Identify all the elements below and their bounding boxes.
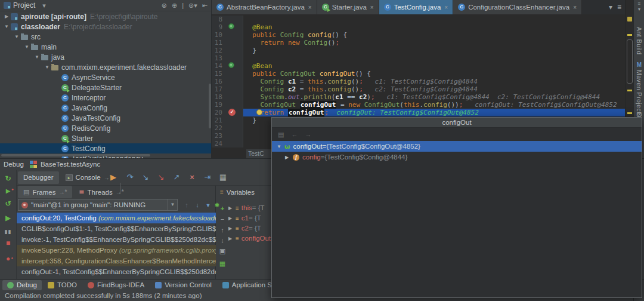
tree-right-arrow-icon[interactable]: ▶ xyxy=(228,213,236,223)
code-analysis-indicator[interactable] xyxy=(627,17,632,22)
tool-window-button-version control[interactable]: Version Control xyxy=(150,280,216,290)
popup-title[interactable]: configOut xyxy=(272,118,642,128)
tree-down-arrow-icon[interactable]: ▼ xyxy=(43,64,51,70)
code-line[interactable]: 12 } xyxy=(212,47,625,54)
breakpoint-icon[interactable] xyxy=(228,109,236,116)
editor-tab[interactable]: Starter.java× xyxy=(317,0,379,14)
project-tree-item[interactable]: ▼src xyxy=(0,32,211,42)
restart-button[interactable] xyxy=(0,198,16,209)
stack-frame-row[interactable]: intercept:358, ConfigurationClassEnhance… xyxy=(17,256,216,266)
project-tree-item[interactable]: AsyncService xyxy=(0,72,211,82)
stack-frame-row[interactable]: configOut:-1, TestConfig$$EnhancerBySpri… xyxy=(17,266,216,277)
step-out-button[interactable] xyxy=(169,172,184,183)
warning-stripe-mark[interactable] xyxy=(627,112,632,114)
list-icon[interactable]: ≡ xyxy=(617,3,621,11)
variable-row[interactable]: ▶configOut = xyxy=(228,234,275,244)
watch-preview-button[interactable] xyxy=(218,259,227,268)
project-tree-item[interactable]: ▼main xyxy=(0,42,211,52)
locate-icon[interactable]: ⊕ xyxy=(172,2,177,10)
back-icon[interactable] xyxy=(291,131,298,138)
project-tree-item[interactable]: JavaConfig xyxy=(0,103,211,113)
tool-window-button-maven-projects[interactable]: MMaven Projects xyxy=(634,62,644,117)
tool-window-button-todo[interactable]: TODO xyxy=(43,280,82,290)
thread-selector[interactable]: "main"@1 in group "main": RUNNING ▼ xyxy=(18,199,178,211)
tree-vertical-scrollbar[interactable] xyxy=(209,84,211,128)
tree-right-arrow-icon[interactable]: ▶ xyxy=(228,203,236,213)
tree-right-arrow-icon[interactable]: ▶ xyxy=(285,155,293,160)
project-tree-item[interactable]: TestConfig xyxy=(0,143,211,153)
tool-window-button-ant-build[interactable]: Ant Build xyxy=(634,25,644,55)
tab-debugger[interactable]: Debugger xyxy=(18,171,59,184)
chevron-down-icon[interactable]: ▾ xyxy=(42,2,46,10)
project-tree-item[interactable]: RedisConfig xyxy=(0,123,211,133)
tree-down-arrow-icon[interactable]: ▼ xyxy=(23,44,31,50)
project-tree-item[interactable]: ▼java xyxy=(0,52,211,62)
stack-frame-row[interactable]: invokeSuper:228, MethodProxy (org.spring… xyxy=(17,245,216,256)
code-line[interactable]: 16 Config c1 = this.config(); c1: TestCo… xyxy=(212,78,625,85)
popup-variable-row[interactable]: ▶config = {TestConfig$Config@4844} xyxy=(272,152,642,162)
stack-frame-row[interactable]: invoke:-1, TestConfig$$EnhancerBySpringC… xyxy=(17,234,216,245)
stack-frame-row[interactable]: CGLIB$configOut$1:-1, TestConfig$$Enhanc… xyxy=(17,223,216,234)
project-tree-item[interactable]: ▼com.mxixm.experiment.fakeclassloader xyxy=(0,62,211,72)
customize-button[interactable] xyxy=(212,200,222,210)
tree-horizontal-scrollbar[interactable] xyxy=(1,154,150,156)
code-line[interactable]: 20 return configOut; configOut: TestConf… xyxy=(212,109,625,116)
code-line[interactable]: 11 return new Config(); xyxy=(212,39,625,47)
code-line[interactable]: 9 @Bean xyxy=(212,23,625,31)
tab-frames[interactable]: Frames →* xyxy=(18,186,72,198)
hide-panel-icon[interactable]: ⇤ xyxy=(202,2,208,10)
project-tree-item[interactable]: ▶apiroute [api-route]E:\project\git\apir… xyxy=(0,11,211,22)
tree-right-arrow-icon[interactable]: ▶ xyxy=(228,223,236,234)
project-tree-item[interactable]: Interceptor xyxy=(0,93,211,103)
tool-window-button-debug[interactable]: Debug xyxy=(2,280,42,290)
breakpoints-button[interactable] xyxy=(0,253,16,264)
editor-tab[interactable]: ConfigurationClassEnhancer.java× xyxy=(453,0,582,14)
editor-scrollbar-thumb[interactable] xyxy=(627,39,633,84)
tree-down-arrow-icon[interactable]: ▼ xyxy=(2,24,11,29)
tree-right-arrow-icon[interactable]: ▶ xyxy=(2,14,11,19)
rerun-failed-button[interactable] xyxy=(0,185,16,196)
tree-down-arrow-icon[interactable]: ▼ xyxy=(13,34,21,39)
project-tree-item[interactable]: ▼classloaderE:\project\classloader xyxy=(0,22,211,32)
code-line[interactable]: 8 xyxy=(212,16,625,23)
drop-frame-button[interactable] xyxy=(185,172,199,183)
code-line[interactable]: 15 public ConfigOut configOut() { xyxy=(212,70,625,78)
tree-right-arrow-icon[interactable]: ▶ xyxy=(228,234,236,244)
editor-tab[interactable]: AbstractBeanFactory.java× xyxy=(212,0,317,14)
variable-row[interactable]: ▶this = {T xyxy=(228,203,265,213)
warning-stripe-mark[interactable] xyxy=(627,90,632,91)
forward-icon[interactable] xyxy=(305,131,311,138)
bean-icon[interactable] xyxy=(228,23,234,29)
stack-frame-row[interactable]: configOut:20, TestConfig (com.mxixm.expe… xyxy=(17,213,216,223)
tree-down-arrow-icon[interactable]: ▼ xyxy=(33,54,41,60)
dropdown-icon[interactable]: ▾ xyxy=(609,3,612,11)
code-line[interactable]: 14 @Bean xyxy=(212,62,625,70)
show-execution-point-button[interactable] xyxy=(106,172,120,183)
force-step-into-button[interactable] xyxy=(154,172,168,183)
pause-button[interactable] xyxy=(0,226,16,236)
close-tab-icon[interactable]: × xyxy=(370,4,374,11)
collapse-all-icon[interactable]: ⊗ xyxy=(162,2,167,10)
code-line[interactable]: 17 Config c2 = this.config(); c2: TestCo… xyxy=(212,85,625,93)
close-tab-icon[interactable]: × xyxy=(573,4,577,11)
variable-row[interactable]: ▶c2 = {T xyxy=(228,223,261,234)
thread-dropdown-arrow-icon[interactable]: ▼ xyxy=(168,199,177,210)
move-down-button[interactable] xyxy=(193,200,202,210)
project-tree-item[interactable]: DelegateStarter xyxy=(0,82,211,93)
code-line[interactable]: 18 System.out.println(c1 == c2); c1: Tes… xyxy=(212,93,625,101)
tree-down-arrow-icon[interactable]: ▼ xyxy=(277,144,284,149)
code-line[interactable]: 19 ConfigOut configOut = new ConfigOut(t… xyxy=(212,101,625,109)
bean-icon[interactable] xyxy=(228,62,234,68)
stop-button[interactable] xyxy=(0,238,16,248)
watch-move-down-button[interactable] xyxy=(218,236,227,244)
evaluate-expression-button[interactable] xyxy=(216,172,230,183)
close-tab-icon[interactable]: × xyxy=(444,4,448,11)
watch-move-up-button[interactable] xyxy=(218,226,227,234)
intention-bulb-icon[interactable] xyxy=(256,109,262,115)
close-tab-icon[interactable]: × xyxy=(308,4,312,11)
step-over-button[interactable] xyxy=(123,172,137,183)
code-line[interactable]: 10 public Config config() { xyxy=(212,31,625,39)
popup-variable-row[interactable]: ▼configOut = {TestConfig$ConfigOut@4852} xyxy=(272,141,642,152)
step-into-button[interactable] xyxy=(138,172,153,183)
run-to-cursor-button[interactable] xyxy=(200,172,215,183)
